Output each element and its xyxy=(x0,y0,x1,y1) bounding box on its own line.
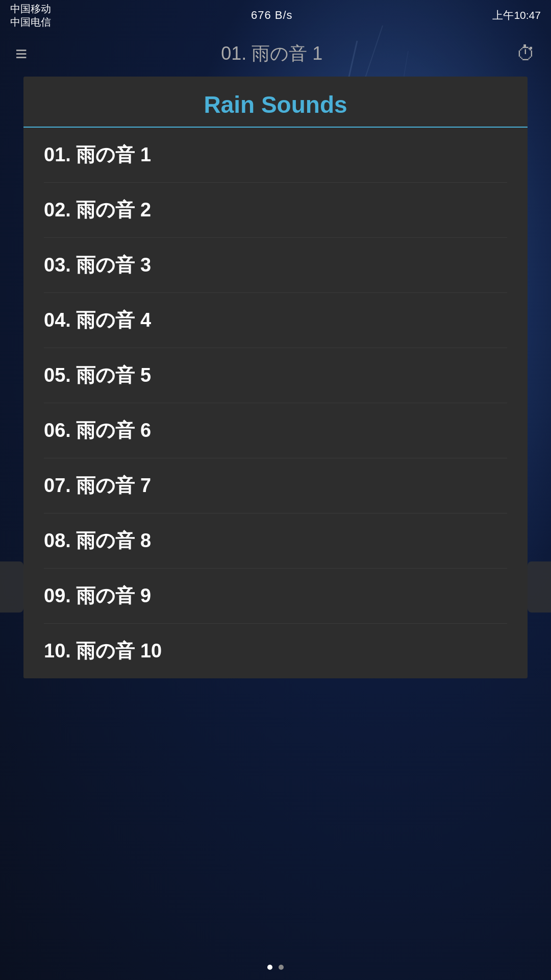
track-list: 01. 雨の音 102. 雨の音 203. 雨の音 304. 雨の音 405. … xyxy=(23,128,528,678)
panel-header: Rain Sounds xyxy=(23,77,528,128)
time-display: 上午10:47 xyxy=(492,8,541,22)
carrier-info: 中国移动 中国电信 xyxy=(10,2,51,29)
status-indicators: 上午10:47 xyxy=(492,8,541,22)
track-item-4[interactable]: 04. 雨の音 4 xyxy=(44,293,507,348)
track-name-4: 04. 雨の音 4 xyxy=(44,309,151,331)
track-name-5: 05. 雨の音 5 xyxy=(44,364,151,386)
nav-dot-2 xyxy=(279,965,284,970)
timer-icon[interactable]: ⏱ xyxy=(516,43,536,65)
track-item-2[interactable]: 02. 雨の音 2 xyxy=(44,183,507,238)
toolbar-title: 01. 雨の音 1 xyxy=(221,41,322,66)
track-item-6[interactable]: 06. 雨の音 6 xyxy=(44,403,507,458)
track-name-3: 03. 雨の音 3 xyxy=(44,254,151,276)
track-item-1[interactable]: 01. 雨の音 1 xyxy=(44,128,507,183)
track-name-1: 01. 雨の音 1 xyxy=(44,144,151,165)
nav-dot-1 xyxy=(267,965,272,970)
main-panel: Rain Sounds 01. 雨の音 102. 雨の音 203. 雨の音 30… xyxy=(23,77,528,678)
network-speed: 676 B/s xyxy=(251,9,293,22)
track-name-6: 06. 雨の音 6 xyxy=(44,420,151,441)
track-item-10[interactable]: 10. 雨の音 10 xyxy=(44,624,507,678)
playlist-icon[interactable]: ≡ xyxy=(15,42,27,65)
track-item-9[interactable]: 09. 雨の音 9 xyxy=(44,569,507,624)
track-item-3[interactable]: 03. 雨の音 3 xyxy=(44,238,507,293)
panel-title: Rain Sounds xyxy=(204,91,347,118)
status-bar: 中国移动 中国电信 676 B/s 上午10:47 xyxy=(0,0,551,31)
track-name-2: 02. 雨の音 2 xyxy=(44,199,151,220)
side-handle-left[interactable] xyxy=(0,561,23,612)
track-name-9: 09. 雨の音 9 xyxy=(44,585,151,606)
carrier2-label: 中国电信 xyxy=(10,15,51,29)
track-item-8[interactable]: 08. 雨の音 8 xyxy=(44,513,507,569)
track-name-7: 07. 雨の音 7 xyxy=(44,475,151,496)
track-name-8: 08. 雨の音 8 xyxy=(44,530,151,551)
track-name-10: 10. 雨の音 10 xyxy=(44,640,162,662)
carrier1-label: 中国移动 xyxy=(10,2,51,15)
side-handle-right[interactable] xyxy=(528,561,551,612)
toolbar: ≡ 01. 雨の音 1 ⏱ xyxy=(0,31,551,77)
bottom-nav xyxy=(267,965,284,970)
track-item-7[interactable]: 07. 雨の音 7 xyxy=(44,458,507,513)
track-item-5[interactable]: 05. 雨の音 5 xyxy=(44,348,507,403)
